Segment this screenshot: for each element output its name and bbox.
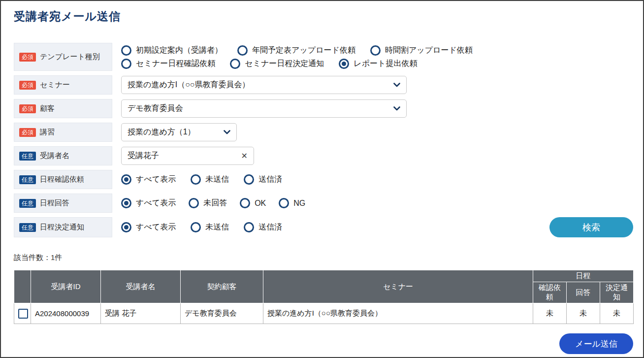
radio-confirm-unsent[interactable]: 未送信 bbox=[191, 174, 229, 185]
radio-icon bbox=[189, 198, 199, 208]
radio-decision-unsent[interactable]: 未送信 bbox=[191, 222, 229, 232]
form-row-schedule-answer: 任意 日程回答 すべて表示 未回答 OK NG bbox=[14, 194, 633, 213]
form-row-seminar: 必須 セミナー 授業の進め方I（○○県教育委員会） bbox=[14, 75, 633, 95]
radio-template-annual-schedule-upload[interactable]: 年間予定表アップロード依頼 bbox=[237, 45, 355, 56]
required-badge: 必須 bbox=[19, 81, 36, 90]
radio-icon bbox=[121, 174, 131, 185]
radio-icon bbox=[230, 59, 240, 69]
row-checkbox[interactable] bbox=[18, 309, 28, 319]
form-row-customer: 必須 顧客 デモ教育委員会 bbox=[14, 99, 633, 118]
field-label-course: 必須 講習 bbox=[14, 123, 112, 142]
cell-participant-name: 受講 花子 bbox=[101, 303, 181, 324]
optional-badge: 任意 bbox=[19, 175, 36, 184]
form-row-schedule-confirm: 任意 日程確認依頼 すべて表示 未送信 送信済 bbox=[14, 170, 633, 189]
radio-icon bbox=[339, 59, 349, 69]
radio-icon bbox=[121, 222, 131, 232]
chevron-down-icon bbox=[224, 130, 230, 134]
cell-answer-status: 未 bbox=[567, 303, 600, 324]
radio-answer-unanswered[interactable]: 未回答 bbox=[189, 198, 227, 208]
header-participant-id: 受講者ID bbox=[31, 270, 101, 303]
form-row-schedule-decision: 任意 日程決定通知 すべて表示 未送信 送信済 検索 bbox=[14, 217, 633, 237]
radio-confirm-show-all[interactable]: すべて表示 bbox=[121, 174, 176, 185]
radio-icon bbox=[370, 45, 381, 56]
optional-badge: 任意 bbox=[19, 223, 36, 232]
header-contract-customer: 契約顧客 bbox=[181, 270, 263, 303]
radio-confirm-sent[interactable]: 送信済 bbox=[244, 174, 282, 185]
header-answer: 回答 bbox=[567, 282, 600, 303]
radio-decision-sent[interactable]: 送信済 bbox=[244, 222, 282, 232]
radio-icon bbox=[191, 222, 201, 232]
field-label-schedule-answer: 任意 日程回答 bbox=[14, 194, 112, 213]
form-row-course: 必須 講習 授業の進め方（1） bbox=[14, 123, 633, 142]
cell-contract-customer: デモ教育委員会 bbox=[181, 303, 263, 324]
table-row: A202408000039 受講 花子 デモ教育委員会 授業の進め方I（○○県教… bbox=[14, 303, 634, 324]
radio-icon bbox=[121, 198, 131, 208]
field-label-schedule-decision: 任意 日程決定通知 bbox=[14, 217, 112, 237]
radio-icon bbox=[237, 45, 248, 56]
radio-icon bbox=[191, 174, 201, 185]
seminar-select[interactable]: 授業の進め方I（○○県教育委員会） bbox=[121, 76, 407, 94]
customer-select[interactable]: デモ教育委員会 bbox=[121, 99, 407, 118]
clear-icon[interactable]: ✕ bbox=[241, 151, 248, 161]
radio-template-initial-setup[interactable]: 初期設定案内（受講者） bbox=[121, 45, 223, 56]
required-badge: 必須 bbox=[19, 128, 36, 137]
form-row-template-type: 必須 テンプレート種別 初期設定案内（受講者） 年間予定表アップロード依頼 時間… bbox=[14, 43, 633, 71]
cell-decision-status: 未 bbox=[600, 303, 634, 324]
header-confirm-request: 確認依頼 bbox=[533, 282, 567, 303]
page-title: 受講者宛メール送信 bbox=[14, 9, 633, 24]
course-select[interactable]: 授業の進め方（1） bbox=[121, 123, 237, 141]
radio-template-report-submission[interactable]: レポート提出依頼 bbox=[339, 59, 417, 69]
radio-template-seminar-date-confirm[interactable]: セミナー日程確認依頼 bbox=[121, 59, 215, 69]
header-seminar: セミナー bbox=[263, 270, 533, 303]
cell-seminar: 授業の進め方I（○○県教育委員会） bbox=[263, 303, 533, 324]
radio-icon bbox=[240, 198, 250, 208]
optional-badge: 任意 bbox=[19, 152, 36, 161]
header-participant-name: 受講者名 bbox=[101, 270, 181, 303]
radio-template-seminar-date-decision[interactable]: セミナー日程決定通知 bbox=[230, 59, 324, 69]
participant-name-input[interactable]: 受講花子 ✕ bbox=[121, 147, 254, 165]
template-type-options: 初期設定案内（受講者） 年間予定表アップロード依頼 時間割アップロード依頼 セミ… bbox=[121, 43, 633, 71]
required-badge: 必須 bbox=[19, 104, 36, 113]
radio-icon bbox=[121, 45, 131, 56]
header-schedule-group: 日程 bbox=[533, 270, 634, 282]
radio-icon bbox=[244, 222, 254, 232]
row-checkbox-cell bbox=[14, 303, 31, 324]
radio-answer-show-all[interactable]: すべて表示 bbox=[121, 198, 176, 208]
cell-confirm-status: 未 bbox=[533, 303, 567, 324]
radio-answer-ng[interactable]: NG bbox=[279, 198, 305, 208]
header-decision-notice: 決定通知 bbox=[600, 282, 634, 303]
results-table: 受講者ID 受講者名 契約顧客 セミナー 日程 確認依頼 回答 決定通知 A20… bbox=[14, 270, 634, 324]
field-label-customer: 必須 顧客 bbox=[14, 99, 112, 118]
optional-badge: 任意 bbox=[19, 199, 36, 208]
radio-icon bbox=[244, 174, 254, 185]
form-row-participant-name: 任意 受講者名 受講花子 ✕ bbox=[14, 146, 633, 165]
radio-icon bbox=[279, 198, 289, 208]
radio-decision-show-all[interactable]: すべて表示 bbox=[121, 222, 176, 232]
chevron-down-icon bbox=[393, 83, 400, 87]
radio-answer-ok[interactable]: OK bbox=[240, 198, 266, 208]
mail-send-page: 受講者宛メール送信 必須 テンプレート種別 初期設定案内（受講者） 年間予定表ア… bbox=[0, 0, 644, 358]
radio-icon bbox=[121, 59, 131, 69]
result-count: 該当件数：1件 bbox=[14, 253, 633, 262]
field-label-schedule-confirm: 任意 日程確認依頼 bbox=[14, 170, 112, 189]
mail-send-button[interactable]: メール送信 bbox=[559, 333, 633, 354]
cell-participant-id: A202408000039 bbox=[31, 303, 101, 324]
field-label-template-type: 必須 テンプレート種別 bbox=[14, 43, 112, 71]
field-label-seminar: 必須 セミナー bbox=[14, 75, 112, 95]
required-badge: 必須 bbox=[19, 53, 36, 62]
chevron-down-icon bbox=[393, 106, 400, 111]
field-label-participant-name: 任意 受講者名 bbox=[14, 146, 112, 165]
header-checkbox-col bbox=[14, 270, 31, 303]
radio-template-timetable-upload[interactable]: 時間割アップロード依頼 bbox=[370, 45, 473, 56]
search-button[interactable]: 検索 bbox=[549, 217, 633, 237]
